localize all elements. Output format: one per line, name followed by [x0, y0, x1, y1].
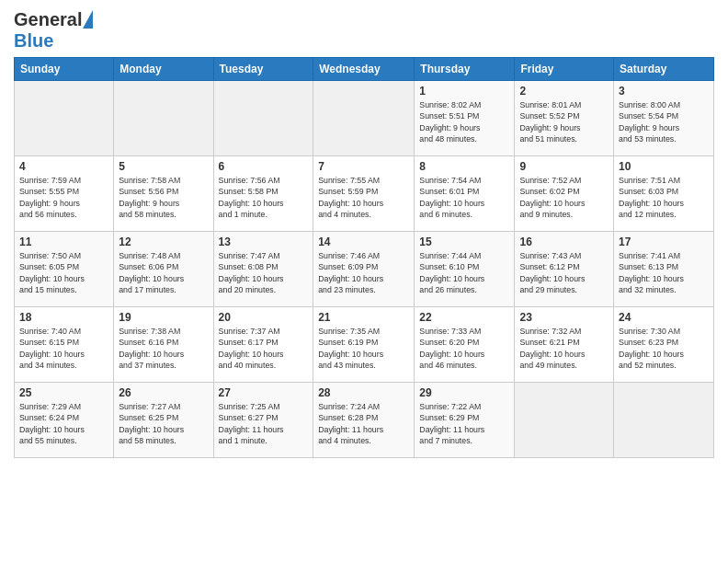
day-info: Sunrise: 7:46 AM Sunset: 6:09 PM Dayligh…: [318, 250, 409, 295]
weekday-header-sunday: Sunday: [15, 58, 114, 81]
calendar-cell: 16Sunrise: 7:43 AM Sunset: 6:12 PM Dayli…: [515, 232, 614, 307]
weekday-header-tuesday: Tuesday: [213, 58, 313, 81]
day-number: 12: [119, 236, 208, 248]
day-info: Sunrise: 7:37 AM Sunset: 6:17 PM Dayligh…: [219, 326, 309, 371]
day-info: Sunrise: 7:50 AM Sunset: 6:05 PM Dayligh…: [19, 250, 108, 295]
day-info: Sunrise: 7:44 AM Sunset: 6:10 PM Dayligh…: [419, 250, 509, 295]
calendar-cell: [313, 81, 415, 156]
calendar-cell: 27Sunrise: 7:25 AM Sunset: 6:27 PM Dayli…: [213, 383, 313, 458]
day-info: Sunrise: 7:32 AM Sunset: 6:21 PM Dayligh…: [519, 326, 609, 371]
calendar-cell: [515, 383, 614, 458]
weekday-header-wednesday: Wednesday: [313, 58, 415, 81]
day-info: Sunrise: 7:56 AM Sunset: 5:58 PM Dayligh…: [219, 175, 309, 220]
calendar-cell: 5Sunrise: 7:58 AM Sunset: 5:56 PM Daylig…: [114, 156, 213, 232]
calendar-table: SundayMondayTuesdayWednesdayThursdayFrid…: [14, 57, 714, 458]
day-number: 27: [219, 386, 309, 399]
weekday-header-monday: Monday: [114, 58, 213, 81]
day-number: 4: [19, 160, 108, 173]
calendar-cell: 1Sunrise: 8:02 AM Sunset: 5:51 PM Daylig…: [415, 81, 515, 156]
calendar-cell: 10Sunrise: 7:51 AM Sunset: 6:03 PM Dayli…: [614, 156, 714, 232]
calendar-cell: 28Sunrise: 7:24 AM Sunset: 6:28 PM Dayli…: [313, 383, 415, 458]
calendar-cell: [114, 81, 213, 156]
day-info: Sunrise: 7:27 AM Sunset: 6:25 PM Dayligh…: [119, 401, 208, 446]
day-number: 19: [119, 311, 208, 324]
day-info: Sunrise: 7:35 AM Sunset: 6:19 PM Dayligh…: [318, 326, 409, 371]
day-number: 20: [219, 311, 309, 324]
day-number: 17: [619, 236, 709, 248]
weekday-header-friday: Friday: [515, 58, 614, 81]
day-number: 15: [419, 236, 509, 248]
day-number: 5: [119, 160, 208, 173]
day-number: 21: [318, 311, 409, 324]
calendar-cell: 4Sunrise: 7:59 AM Sunset: 5:55 PM Daylig…: [15, 156, 114, 232]
calendar-cell: 9Sunrise: 7:52 AM Sunset: 6:02 PM Daylig…: [515, 156, 614, 232]
week-row-4: 18Sunrise: 7:40 AM Sunset: 6:15 PM Dayli…: [15, 307, 714, 383]
day-number: 25: [19, 386, 108, 399]
day-number: 2: [519, 85, 609, 98]
calendar-cell: 12Sunrise: 7:48 AM Sunset: 6:06 PM Dayli…: [114, 232, 213, 307]
calendar-cell: 25Sunrise: 7:29 AM Sunset: 6:24 PM Dayli…: [15, 383, 114, 458]
calendar-cell: [15, 81, 114, 156]
week-row-2: 4Sunrise: 7:59 AM Sunset: 5:55 PM Daylig…: [15, 156, 714, 232]
calendar-cell: 24Sunrise: 7:30 AM Sunset: 6:23 PM Dayli…: [614, 307, 714, 383]
calendar-cell: 8Sunrise: 7:54 AM Sunset: 6:01 PM Daylig…: [415, 156, 515, 232]
day-number: 28: [318, 386, 409, 399]
day-info: Sunrise: 7:54 AM Sunset: 6:01 PM Dayligh…: [419, 175, 509, 220]
day-number: 26: [119, 386, 208, 399]
day-number: 18: [19, 311, 108, 324]
day-info: Sunrise: 8:01 AM Sunset: 5:52 PM Dayligh…: [519, 99, 609, 144]
day-number: 24: [619, 311, 709, 324]
page: General Blue SundayMondayTuesdayWednesda…: [0, 0, 728, 563]
day-info: Sunrise: 7:29 AM Sunset: 6:24 PM Dayligh…: [19, 401, 108, 446]
day-info: Sunrise: 7:40 AM Sunset: 6:15 PM Dayligh…: [19, 326, 108, 371]
day-number: 7: [318, 160, 409, 173]
calendar-cell: 14Sunrise: 7:46 AM Sunset: 6:09 PM Dayli…: [313, 232, 415, 307]
calendar-cell: 13Sunrise: 7:47 AM Sunset: 6:08 PM Dayli…: [213, 232, 313, 307]
day-info: Sunrise: 7:48 AM Sunset: 6:06 PM Dayligh…: [119, 250, 208, 295]
day-info: Sunrise: 7:43 AM Sunset: 6:12 PM Dayligh…: [519, 250, 609, 295]
day-info: Sunrise: 7:52 AM Sunset: 6:02 PM Dayligh…: [519, 175, 609, 220]
calendar-cell: 3Sunrise: 8:00 AM Sunset: 5:54 PM Daylig…: [614, 81, 714, 156]
day-number: 13: [219, 236, 309, 248]
week-row-3: 11Sunrise: 7:50 AM Sunset: 6:05 PM Dayli…: [15, 232, 714, 307]
weekday-header-thursday: Thursday: [415, 58, 515, 81]
calendar-cell: 17Sunrise: 7:41 AM Sunset: 6:13 PM Dayli…: [614, 232, 714, 307]
calendar-cell: 20Sunrise: 7:37 AM Sunset: 6:17 PM Dayli…: [213, 307, 313, 383]
day-info: Sunrise: 8:00 AM Sunset: 5:54 PM Dayligh…: [619, 99, 709, 144]
calendar-cell: 6Sunrise: 7:56 AM Sunset: 5:58 PM Daylig…: [213, 156, 313, 232]
day-info: Sunrise: 7:47 AM Sunset: 6:08 PM Dayligh…: [219, 250, 309, 295]
day-info: Sunrise: 7:24 AM Sunset: 6:28 PM Dayligh…: [318, 401, 409, 446]
calendar-cell: 19Sunrise: 7:38 AM Sunset: 6:16 PM Dayli…: [114, 307, 213, 383]
calendar-cell: 26Sunrise: 7:27 AM Sunset: 6:25 PM Dayli…: [114, 383, 213, 458]
day-number: 11: [19, 236, 108, 248]
day-info: Sunrise: 7:33 AM Sunset: 6:20 PM Dayligh…: [419, 326, 509, 371]
day-number: 23: [519, 311, 609, 324]
calendar-cell: 23Sunrise: 7:32 AM Sunset: 6:21 PM Dayli…: [515, 307, 614, 383]
day-number: 1: [419, 85, 509, 98]
day-info: Sunrise: 7:51 AM Sunset: 6:03 PM Dayligh…: [619, 175, 709, 220]
day-number: 6: [219, 160, 309, 173]
calendar-cell: 11Sunrise: 7:50 AM Sunset: 6:05 PM Dayli…: [15, 232, 114, 307]
logo-triangle-icon: [83, 10, 93, 29]
day-number: 3: [619, 85, 709, 98]
day-number: 10: [619, 160, 709, 173]
calendar-cell: 29Sunrise: 7:22 AM Sunset: 6:29 PM Dayli…: [415, 383, 515, 458]
day-info: Sunrise: 7:30 AM Sunset: 6:23 PM Dayligh…: [619, 326, 709, 371]
day-number: 8: [419, 160, 509, 173]
calendar-cell: 18Sunrise: 7:40 AM Sunset: 6:15 PM Dayli…: [15, 307, 114, 383]
weekday-header-saturday: Saturday: [614, 58, 714, 81]
day-number: 9: [519, 160, 609, 173]
day-number: 29: [419, 386, 509, 399]
logo-blue: Blue: [14, 30, 53, 52]
day-info: Sunrise: 7:41 AM Sunset: 6:13 PM Dayligh…: [619, 250, 709, 295]
day-info: Sunrise: 7:58 AM Sunset: 5:56 PM Dayligh…: [119, 175, 208, 220]
day-info: Sunrise: 8:02 AM Sunset: 5:51 PM Dayligh…: [419, 99, 509, 144]
weekday-header-row: SundayMondayTuesdayWednesdayThursdayFrid…: [15, 58, 714, 81]
calendar-cell: 21Sunrise: 7:35 AM Sunset: 6:19 PM Dayli…: [313, 307, 415, 383]
calendar-cell: 22Sunrise: 7:33 AM Sunset: 6:20 PM Dayli…: [415, 307, 515, 383]
day-info: Sunrise: 7:55 AM Sunset: 5:59 PM Dayligh…: [318, 175, 409, 220]
week-row-1: 1Sunrise: 8:02 AM Sunset: 5:51 PM Daylig…: [15, 81, 714, 156]
calendar-cell: [614, 383, 714, 458]
calendar-cell: 7Sunrise: 7:55 AM Sunset: 5:59 PM Daylig…: [313, 156, 415, 232]
day-info: Sunrise: 7:38 AM Sunset: 6:16 PM Dayligh…: [119, 326, 208, 371]
